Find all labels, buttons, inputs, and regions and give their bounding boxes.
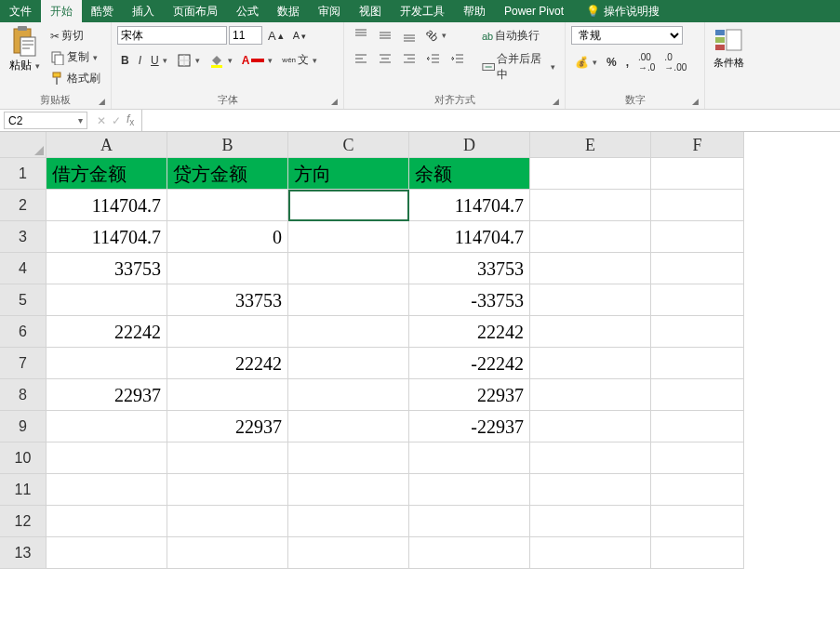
cell-D9[interactable]: -22937	[409, 411, 530, 442]
align-top-button[interactable]	[350, 26, 372, 45]
cell-D7[interactable]: -22242	[409, 348, 530, 379]
cell-B1[interactable]: 贷方金额	[167, 158, 288, 190]
cell-D10[interactable]	[409, 442, 530, 474]
cell-E13[interactable]	[530, 537, 651, 569]
cell-E1[interactable]	[530, 158, 651, 190]
cell-F3[interactable]	[651, 221, 744, 253]
cell-D4[interactable]: 33753	[409, 253, 530, 284]
cell-C10[interactable]	[288, 442, 409, 474]
cell-F13[interactable]	[651, 537, 744, 569]
cell-C12[interactable]	[288, 506, 409, 537]
paste-button[interactable]: 粘贴▾	[6, 26, 43, 73]
border-button[interactable]: ▾	[173, 51, 204, 70]
cell-E8[interactable]	[530, 379, 651, 411]
align-left-button[interactable]	[350, 50, 372, 69]
row-header-11[interactable]: 11	[0, 474, 47, 506]
row-header-6[interactable]: 6	[0, 316, 47, 348]
column-header-A[interactable]: A	[47, 132, 167, 158]
dialog-launcher-icon[interactable]: ◢	[553, 97, 559, 106]
cut-button[interactable]: ✂剪切	[47, 26, 104, 46]
column-header-F[interactable]: F	[651, 132, 744, 158]
cell-C2[interactable]	[288, 190, 409, 221]
cell-C8[interactable]	[288, 379, 409, 411]
cell-E10[interactable]	[530, 442, 651, 474]
align-center-button[interactable]	[374, 50, 396, 69]
row-header-8[interactable]: 8	[0, 379, 47, 411]
cell-A9[interactable]	[47, 411, 167, 442]
underline-button[interactable]: U▾	[147, 52, 171, 69]
column-header-D[interactable]: D	[409, 132, 530, 158]
cell-E3[interactable]	[530, 221, 651, 253]
tab-page-layout[interactable]: 页面布局	[164, 0, 227, 22]
cell-B7[interactable]: 22242	[167, 348, 288, 379]
cell-A13[interactable]	[47, 537, 167, 569]
cell-F12[interactable]	[651, 506, 744, 537]
cell-F10[interactable]	[651, 442, 744, 474]
column-header-E[interactable]: E	[530, 132, 651, 158]
orientation-button[interactable]: ab▾	[422, 27, 450, 44]
cell-D3[interactable]: 114704.7	[409, 221, 530, 253]
cell-A12[interactable]	[47, 506, 167, 537]
comma-button[interactable]: ,	[622, 54, 633, 71]
cell-F9[interactable]	[651, 411, 744, 442]
cell-D11[interactable]	[409, 474, 530, 506]
cell-B3[interactable]: 0	[167, 221, 288, 253]
tab-view[interactable]: 视图	[350, 0, 391, 22]
accounting-format-button[interactable]: 💰▾	[571, 54, 601, 71]
tab-file[interactable]: 文件	[0, 0, 41, 22]
cell-F4[interactable]	[651, 253, 744, 284]
row-header-5[interactable]: 5	[0, 284, 47, 316]
tab-home[interactable]: 开始	[41, 0, 82, 22]
column-header-C[interactable]: C	[288, 132, 409, 158]
column-header-B[interactable]: B	[167, 132, 288, 158]
cell-E5[interactable]	[530, 284, 651, 316]
tab-data[interactable]: 数据	[268, 0, 309, 22]
tab-kuzan[interactable]: 酷赞	[82, 0, 123, 22]
cancel-icon[interactable]: ✕	[97, 114, 106, 127]
tab-review[interactable]: 审阅	[309, 0, 350, 22]
cell-B8[interactable]	[167, 379, 288, 411]
cell-B6[interactable]	[167, 316, 288, 348]
font-size-select[interactable]	[229, 26, 262, 45]
cell-F1[interactable]	[651, 158, 744, 190]
row-header-10[interactable]: 10	[0, 442, 47, 474]
cell-E6[interactable]	[530, 316, 651, 348]
cell-B4[interactable]	[167, 253, 288, 284]
formula-input[interactable]	[141, 110, 840, 131]
cell-D8[interactable]: 22937	[409, 379, 530, 411]
cell-D1[interactable]: 余额	[409, 158, 530, 190]
decrease-indent-button[interactable]	[422, 50, 445, 69]
cell-B2[interactable]	[167, 190, 288, 221]
bold-button[interactable]: B	[117, 52, 133, 69]
cell-F8[interactable]	[651, 379, 744, 411]
name-box[interactable]: C2▾	[4, 112, 87, 129]
increase-decimal-button[interactable]: .00→.0	[634, 50, 659, 74]
row-header-2[interactable]: 2	[0, 190, 47, 221]
fx-icon[interactable]: fx	[127, 112, 134, 127]
cell-F2[interactable]	[651, 190, 744, 221]
phonetic-guide-button[interactable]: wén文▾	[278, 50, 321, 70]
cell-C7[interactable]	[288, 348, 409, 379]
dialog-launcher-icon[interactable]: ◢	[99, 97, 105, 106]
cell-A4[interactable]: 33753	[47, 253, 167, 284]
tell-me-search[interactable]: 💡 操作说明搜	[580, 0, 665, 22]
tab-power-pivot[interactable]: Power Pivot	[495, 0, 573, 22]
dialog-launcher-icon[interactable]: ◢	[331, 97, 338, 106]
copy-button[interactable]: 复制▾	[47, 47, 104, 67]
cell-D6[interactable]: 22242	[409, 316, 530, 348]
cell-B9[interactable]: 22937	[167, 411, 288, 442]
enter-icon[interactable]: ✓	[112, 114, 121, 127]
tab-formulas[interactable]: 公式	[227, 0, 268, 22]
tab-insert[interactable]: 插入	[123, 0, 164, 22]
cell-A11[interactable]	[47, 474, 167, 506]
cell-A1[interactable]: 借方金额	[47, 158, 167, 190]
cell-B12[interactable]	[167, 506, 288, 537]
cell-F5[interactable]	[651, 284, 744, 316]
dialog-launcher-icon[interactable]: ◢	[692, 97, 699, 106]
font-family-select[interactable]	[117, 26, 227, 45]
cell-C13[interactable]	[288, 537, 409, 569]
cell-A6[interactable]: 22242	[47, 316, 167, 348]
row-header-1[interactable]: 1	[0, 158, 47, 190]
increase-indent-button[interactable]	[447, 50, 469, 69]
cell-E2[interactable]	[530, 190, 651, 221]
